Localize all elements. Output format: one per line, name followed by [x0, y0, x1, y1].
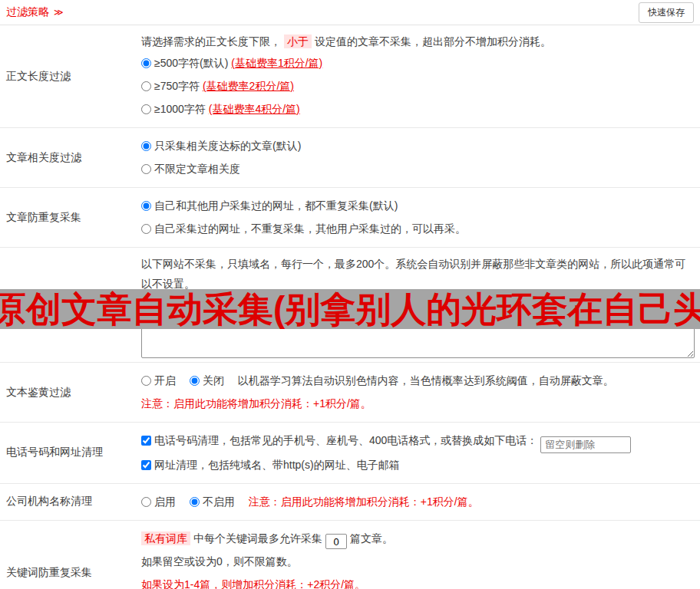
- relevance-option-strict[interactable]: 只采集相关度达标的文章(默认): [141, 134, 695, 157]
- relevance-any-label: 不限定文章相关度: [154, 163, 240, 175]
- less-than-tag: 小于: [284, 35, 312, 48]
- row-label-dedup: 文章防重复采集: [0, 188, 137, 247]
- company-option-on[interactable]: 启用: [141, 495, 179, 508]
- filter-strategy-page: 过滤策略 ≫ 快速保存 正文长度过滤 请选择需求的正文长度下限，小于设定值的文章…: [0, 0, 700, 589]
- url-clean-line: 网址清理，包括纯域名、带http(s)的网址、电子邮箱: [141, 453, 695, 476]
- top-bar: 过滤策略 ≫ 快速保存: [0, 0, 700, 25]
- relevance-any-radio[interactable]: [141, 164, 151, 174]
- row-relevance-filter: 文章相关度过滤 只采集相关度达标的文章(默认) 不限定文章相关度: [0, 128, 700, 188]
- row-body-length-filter: 正文长度过滤 请选择需求的正文长度下限，小于设定值的文章不采集，超出部分不增加积…: [0, 25, 700, 128]
- keyword-limit-input[interactable]: [325, 534, 347, 549]
- phone-clean-option[interactable]: 电话号码清理，包括常见的手机号、座机号、400电话格式，或替换成如下电话：: [141, 434, 540, 446]
- keyword-limit-line: 私有词库中每个关键词最多允许采集篇文章。: [141, 527, 695, 550]
- relevance-strict-label: 只采集相关度达标的文章(默认): [154, 140, 301, 152]
- dedup-option-self[interactable]: 自己采集过的网址，不重复采集，其他用户采集过的，可以再采。: [141, 217, 695, 240]
- length-option-1000[interactable]: ≥1000字符 (基础费率4积分/篇): [141, 97, 695, 120]
- company-on-radio[interactable]: [141, 497, 151, 507]
- dedup-global-label: 自己和其他用户采集过的网址，都不重复采集(默认): [154, 199, 398, 212]
- url-clean-option[interactable]: 网址清理，包括纯域名、带http(s)的网址、电子邮箱: [141, 459, 400, 471]
- intro-prefix: 请选择需求的正文长度下限，: [141, 35, 281, 48]
- row-label-relevance: 文章相关度过滤: [0, 128, 137, 187]
- url-clean-label: 网址清理，包括纯域名、带http(s)的网址、电子邮箱: [154, 459, 400, 471]
- row-label-phone-clean: 电话号码和网址清理: [0, 423, 137, 483]
- row-content-keyword-dedup: 私有词库中每个关键词最多允许采集篇文章。 如果留空或设为0，则不限篇数。 如果设…: [137, 521, 700, 589]
- blacklist-intro: 以下网站不采集，只填域名，每行一个，最多200个。系统会自动识别并屏蔽那些非文章…: [141, 254, 695, 294]
- porn-note: 注意：启用此功能将增加积分消耗：+1积分/篇。: [141, 392, 695, 415]
- private-lexicon-tag: 私有词库: [141, 531, 190, 545]
- row-company-clean: 公司机构名称清理 启用 不启用 注意：启用此功能将增加积分消耗：+1积分/篇。: [0, 484, 700, 521]
- keyword-limit-suffix: 篇文章。: [350, 532, 393, 545]
- company-option-off[interactable]: 不启用: [190, 495, 238, 508]
- page-title-text: 过滤策略: [6, 5, 49, 18]
- row-label-blacklist: [0, 248, 137, 362]
- row-label-porn: 文本鉴黄过滤: [0, 363, 137, 422]
- row-site-blacklist: 以下网站不采集，只填域名，每行一个，最多200个。系统会自动识别并屏蔽那些非文章…: [0, 248, 700, 363]
- keyword-note-cost: 如果设为1-4篇，则增加积分消耗：+2积分/篇。: [141, 573, 695, 589]
- row-content-company-clean: 启用 不启用 注意：启用此功能将增加积分消耗：+1积分/篇。: [137, 484, 700, 520]
- length-1000-radio[interactable]: [141, 104, 151, 114]
- length-500-fee-link[interactable]: (基础费率1积分/篇): [231, 57, 322, 69]
- length-750-label: ≥750字符: [154, 80, 203, 92]
- row-phone-url-clean: 电话号码和网址清理 电话号码清理，包括常见的手机号、座机号、400电话格式，或替…: [0, 423, 700, 484]
- company-off-radio[interactable]: [190, 497, 200, 507]
- porn-option-off[interactable]: 关闭: [190, 374, 227, 387]
- length-500-label: ≥500字符(默认): [154, 57, 231, 69]
- company-options-line: 启用 不启用 注意：启用此功能将增加积分消耗：+1积分/篇。: [141, 490, 695, 513]
- phone-clean-checkbox[interactable]: [141, 436, 151, 446]
- url-clean-checkbox[interactable]: [141, 460, 151, 470]
- body-length-intro: 请选择需求的正文长度下限，小于设定值的文章不采集，超出部分不增加积分消耗。: [141, 31, 695, 51]
- intro-suffix: 设定值的文章不采集，超出部分不增加积分消耗。: [315, 35, 551, 48]
- company-on-label: 启用: [154, 495, 176, 508]
- row-content-porn: 开启 关闭 以机器学习算法自动识别色情内容，当色情概率达到系统阈值，自动屏蔽文章…: [137, 363, 700, 422]
- row-dedup-collect: 文章防重复采集 自己和其他用户采集过的网址，都不重复采集(默认) 自己采集过的网…: [0, 188, 700, 248]
- relevance-strict-radio[interactable]: [141, 141, 151, 151]
- row-keyword-dedup: 关键词防重复采集 私有词库中每个关键词最多允许采集篇文章。 如果留空或设为0，则…: [0, 521, 700, 589]
- dedup-global-radio[interactable]: [141, 201, 151, 211]
- row-content-phone-clean: 电话号码清理，包括常见的手机号、座机号、400电话格式，或替换成如下电话： 网址…: [137, 423, 700, 483]
- phone-clean-label: 电话号码清理，包括常见的手机号、座机号、400电话格式，或替换成如下电话：: [154, 434, 537, 446]
- row-content-dedup: 自己和其他用户采集过的网址，都不重复采集(默认) 自己采集过的网址，不重复采集，…: [137, 188, 700, 247]
- double-chevron-icon[interactable]: ≫: [54, 7, 64, 18]
- length-1000-label: ≥1000字符: [154, 103, 209, 115]
- replacement-phone-input[interactable]: [540, 436, 631, 453]
- porn-on-radio[interactable]: [141, 376, 151, 386]
- relevance-option-any[interactable]: 不限定文章相关度: [141, 157, 695, 180]
- porn-option-on[interactable]: 开启: [141, 374, 179, 387]
- length-option-500[interactable]: ≥500字符(默认) (基础费率1积分/篇): [141, 51, 695, 74]
- row-content-blacklist: 以下网站不采集，只填域名，每行一个，最多200个。系统会自动识别并屏蔽那些非文章…: [137, 248, 700, 362]
- quick-save-button[interactable]: 快速保存: [639, 2, 694, 23]
- row-label-keyword-dedup: 关键词防重复采集: [0, 521, 137, 589]
- dedup-self-label: 自己采集过的网址，不重复采集，其他用户采集过的，可以再采。: [154, 222, 466, 235]
- porn-options-line: 开启 关闭 以机器学习算法自动识别色情内容，当色情概率达到系统阈值，自动屏蔽文章…: [141, 369, 695, 392]
- blacklist-textarea[interactable]: [141, 298, 695, 358]
- page-title: 过滤策略 ≫: [6, 5, 63, 19]
- keyword-note-unlimited: 如果留空或设为0，则不限篇数。: [141, 550, 695, 573]
- row-content-body-length: 请选择需求的正文长度下限，小于设定值的文章不采集，超出部分不增加积分消耗。 ≥5…: [137, 25, 700, 127]
- porn-off-radio[interactable]: [190, 376, 200, 386]
- company-note: 注意：启用此功能将增加积分消耗：+1积分/篇。: [249, 495, 479, 508]
- row-porn-filter: 文本鉴黄过滤 开启 关闭 以机器学习算法自动识别色情内容，当色情概率达到系统阈值…: [0, 363, 700, 423]
- dedup-self-radio[interactable]: [141, 224, 151, 234]
- length-option-750[interactable]: ≥750字符 (基础费率2积分/篇): [141, 74, 695, 97]
- keyword-limit-mid: 中每个关键词最多允许采集: [193, 532, 322, 545]
- porn-desc: 以机器学习算法自动识别色情内容，当色情概率达到系统阈值，自动屏蔽文章。: [238, 374, 614, 387]
- dedup-option-global[interactable]: 自己和其他用户采集过的网址，都不重复采集(默认): [141, 194, 695, 217]
- phone-clean-line: 电话号码清理，包括常见的手机号、座机号、400电话格式，或替换成如下电话：: [141, 429, 695, 453]
- company-off-label: 不启用: [203, 495, 235, 508]
- row-label-company-clean: 公司机构名称清理: [0, 484, 137, 520]
- length-500-radio[interactable]: [141, 58, 151, 68]
- length-750-radio[interactable]: [141, 81, 151, 91]
- porn-off-label: 关闭: [203, 374, 224, 387]
- length-1000-fee-link[interactable]: (基础费率4积分/篇): [209, 103, 300, 115]
- length-750-fee-link[interactable]: (基础费率2积分/篇): [203, 80, 294, 92]
- row-content-relevance: 只采集相关度达标的文章(默认) 不限定文章相关度: [137, 128, 700, 187]
- porn-on-label: 开启: [154, 374, 176, 387]
- row-label-body-length: 正文长度过滤: [0, 25, 137, 127]
